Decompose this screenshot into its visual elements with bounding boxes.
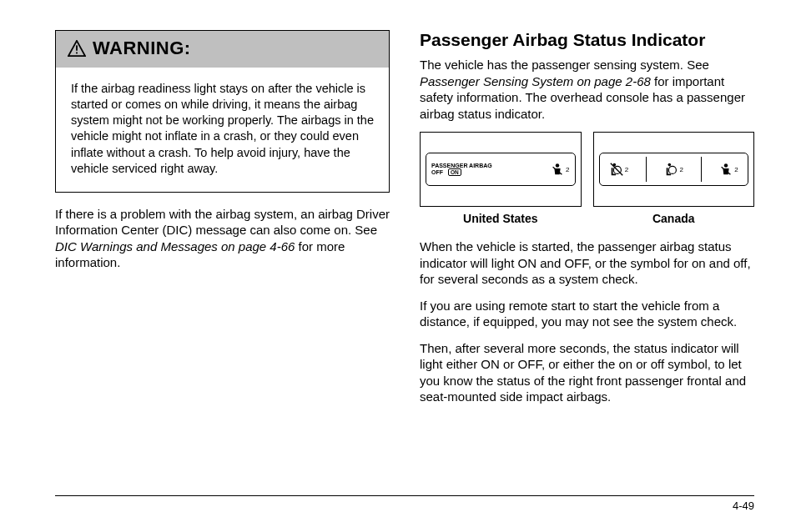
svg-point-7 bbox=[668, 163, 671, 167]
indicator-us-inner: PASSENGER AIRBAG OFF ON 2 bbox=[426, 153, 576, 186]
svg-point-8 bbox=[668, 166, 676, 173]
indicator-ca: 2 2 bbox=[593, 132, 755, 207]
airbag-off-icon bbox=[609, 162, 624, 177]
right-p2: When the vehicle is started, the passeng… bbox=[420, 238, 754, 288]
svg-rect-1 bbox=[76, 53, 78, 54]
seatbelt-icon-cell-ca: 2 bbox=[718, 162, 738, 177]
indicator-row: PASSENGER AIRBAG OFF ON 2 bbox=[420, 132, 754, 207]
airbag-on-icon bbox=[664, 162, 679, 177]
indicator-us-text: PASSENGER AIRBAG OFF ON bbox=[431, 163, 545, 177]
ind-on: ON bbox=[448, 168, 461, 176]
indicator-ca-inner: 2 2 bbox=[599, 153, 749, 186]
ind-line1: PASSENGER AIRBAG bbox=[431, 163, 545, 169]
svg-rect-0 bbox=[76, 45, 78, 50]
warning-title: WARNING: bbox=[93, 38, 191, 59]
warning-triangle-icon bbox=[68, 40, 86, 57]
right-p3: If you are using remote start to start t… bbox=[420, 298, 754, 330]
indicator-divider-2 bbox=[701, 157, 702, 182]
page-footer: 4-49 bbox=[55, 495, 754, 512]
warning-box: WARNING: If the airbag readiness light s… bbox=[55, 30, 390, 193]
page-number: 4-49 bbox=[733, 499, 754, 512]
airbag-on-icon-cell: 2 bbox=[664, 162, 683, 177]
airbag-off-icon-cell: 2 bbox=[609, 162, 628, 177]
svg-point-9 bbox=[724, 163, 728, 168]
caption-us: United States bbox=[420, 212, 582, 225]
section-title: Passenger Airbag Status Indicator bbox=[420, 30, 754, 50]
ind-sub: 2 bbox=[566, 166, 569, 173]
left-p1-ref: DIC Warnings and Messages on page 4-66 bbox=[55, 239, 295, 253]
ind-sub-ca2: 2 bbox=[680, 166, 683, 173]
seatbelt-icon-cell: 2 bbox=[550, 162, 569, 177]
right-column: Passenger Airbag Status Indicator The ve… bbox=[420, 30, 754, 468]
right-p1-a: The vehicle has the passenger sensing sy… bbox=[420, 58, 709, 72]
caption-row: United States Canada bbox=[420, 212, 754, 225]
warning-header: WARNING: bbox=[56, 31, 389, 68]
ind-off: OFF bbox=[431, 169, 443, 176]
ind-sub-ca1: 2 bbox=[625, 166, 628, 173]
left-column: WARNING: If the airbag readiness light s… bbox=[55, 30, 390, 468]
right-p1-ref: Passenger Sensing System on page 2-68 bbox=[420, 74, 651, 88]
seatbelt-person-icon bbox=[718, 162, 733, 177]
indicator-us: PASSENGER AIRBAG OFF ON 2 bbox=[420, 132, 582, 207]
seatbelt-person-icon bbox=[550, 162, 565, 177]
warning-body: If the airbag readiness light stays on a… bbox=[56, 68, 389, 192]
caption-ca: Canada bbox=[593, 212, 755, 225]
right-p1: The vehicle has the passenger sensing sy… bbox=[420, 57, 754, 122]
indicator-divider bbox=[646, 157, 647, 182]
left-p1-a: If there is a problem with the airbag sy… bbox=[55, 207, 390, 238]
svg-point-2 bbox=[556, 163, 560, 168]
ind-sub-ca3: 2 bbox=[734, 166, 738, 173]
right-p4: Then, after several more seconds, the st… bbox=[420, 340, 754, 405]
left-paragraph: If there is a problem with the airbag sy… bbox=[55, 206, 390, 271]
